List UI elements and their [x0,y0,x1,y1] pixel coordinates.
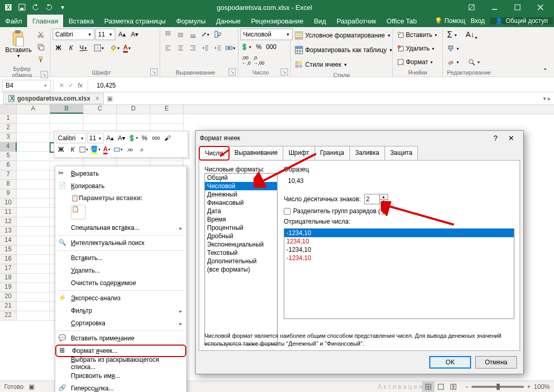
row-header[interactable]: 11 [0,208,17,217]
row-header[interactable]: 20 [0,292,17,302]
font-size-select[interactable]: 11▼ [95,29,115,40]
cell[interactable] [17,292,50,302]
category-item[interactable]: Дробный [205,232,277,240]
negative-option[interactable]: -1234,10 [284,254,514,262]
ctx-delete[interactable]: Удалить... [55,264,186,277]
share-button[interactable]: 👤Общий доступ [490,17,553,24]
workbook-tab[interactable]: X gospodaretsva.com.xlsx × [3,93,104,104]
tab-alignment[interactable]: Выравнивание [229,146,284,161]
mini-comma[interactable]: 000 [151,133,161,143]
ctx-clear[interactable]: Очистить содержимое [55,277,186,289]
mini-italic[interactable]: К [67,144,78,155]
category-listbox[interactable]: ОбщийЧисловойДенежныйФинансовыйДатаВремя… [204,173,278,345]
increase-font-button[interactable]: A▴ [116,29,128,40]
category-item[interactable]: Текстовый [205,249,277,257]
cell[interactable] [17,152,50,161]
ok-button[interactable]: OK [429,356,471,369]
ctx-pick-from-list[interactable]: Выбрать из раскрывающегося списка... [55,357,186,370]
ribbon-options-button[interactable] [460,0,483,15]
orientation-button[interactable]: ⤢▼ [200,29,211,40]
decrease-indent-button[interactable] [200,42,211,54]
mini-format-painter[interactable]: 🖌 [162,133,173,143]
row-header[interactable]: 21 [0,302,17,311]
tab-fill[interactable]: Заливка [350,146,385,161]
cell[interactable] [17,264,50,274]
decimals-spinner[interactable]: ▲▼ [364,194,388,204]
border-button[interactable]: ▼ [93,42,105,54]
row-header[interactable]: 13 [0,227,17,236]
negative-option[interactable]: 1234,10 [284,237,514,246]
tab-font[interactable]: Шрифт [283,146,315,161]
mini-decrease-font[interactable]: A▾ [116,133,127,143]
row-header[interactable]: 22 [0,311,17,321]
negative-listbox[interactable]: -1234,101234,10-1234,10-1234,10 [284,228,514,319]
ctx-smart-lookup[interactable]: 🔍Интеллектуальный поиск [55,237,186,249]
zoom-in-button[interactable]: + [527,383,531,390]
row-header[interactable]: 7 [0,170,17,180]
category-item[interactable]: Дополнительный [205,257,277,265]
row-header[interactable]: 1 [0,114,17,124]
collapse-ribbon-button[interactable]: ⌃ [543,67,551,76]
fill-color-button[interactable]: ▼ [109,42,121,54]
cell[interactable] [17,274,50,283]
mini-bold[interactable]: Ж [56,144,66,155]
row-header[interactable]: 12 [0,217,17,227]
col-header[interactable]: D [117,105,150,114]
row-header[interactable]: 5 [0,152,17,161]
tab-home[interactable]: Главная [27,15,63,27]
close-button[interactable] [529,0,552,15]
increase-indent-button[interactable] [212,42,224,54]
format-cells-button[interactable]: Формат▼ [395,56,436,68]
cell[interactable] [50,114,83,124]
cell[interactable] [17,217,50,227]
cell[interactable] [17,227,50,236]
tab-number[interactable]: Число [199,146,230,161]
ctx-quick-analysis[interactable]: ⚡Экспресс-анализ [55,292,186,304]
row-header[interactable]: 16 [0,255,17,264]
fill-button[interactable]: ▼ [445,42,462,55]
undo-button[interactable] [29,1,42,14]
row-header[interactable]: 19 [0,283,17,292]
cell[interactable] [17,255,50,264]
mini-fill-color[interactable]: 🪣▼ [90,144,101,155]
tab-data[interactable]: Данные [211,15,246,27]
row-header[interactable]: 2 [0,124,17,133]
cell[interactable] [17,199,50,208]
cell[interactable] [17,246,50,255]
ctx-sort[interactable]: Сортировка [55,317,186,329]
cell[interactable] [17,124,50,133]
category-item[interactable]: Числовой [205,182,277,190]
col-header[interactable]: A [17,105,50,114]
align-middle-button[interactable] [175,29,186,40]
row-header[interactable]: 4 [0,142,17,152]
cell[interactable] [17,114,50,124]
align-top-button[interactable] [162,29,174,40]
minimize-button[interactable] [483,0,506,15]
percent-button[interactable]: % [253,41,264,53]
qat-customize-button[interactable]: ▾ [56,1,69,14]
decrease-font-button[interactable]: A▾ [129,29,140,40]
merge-button[interactable]: ▼ [225,42,236,54]
row-header[interactable]: 6 [0,161,17,170]
tab-border[interactable]: Граница [315,146,350,161]
format-painter-button[interactable] [35,54,46,65]
maximize-button[interactable] [506,0,529,15]
delete-cells-button[interactable]: Удалить▼ [395,42,437,55]
mini-font-color[interactable]: А▼ [102,144,112,155]
tell-me-button[interactable]: 💡Помощ [435,17,465,24]
cell[interactable] [17,208,50,217]
tab-scroll-button[interactable]: ▾ ▸ [543,95,551,102]
tab-formulas[interactable]: Формулы [171,15,211,27]
font-color-button[interactable]: А▼ [122,42,133,54]
align-right-button[interactable] [187,42,199,54]
tab-view[interactable]: Вид [309,15,332,27]
bold-button[interactable]: Ж [53,42,64,54]
zoom-slider[interactable] [472,386,524,388]
save-button[interactable] [16,1,28,14]
clipboard-dialog-launcher[interactable]: ↘ [41,71,48,78]
cell[interactable] [17,142,50,152]
number-format-select[interactable]: Числовой▼ [240,29,293,40]
conditional-format-button[interactable]: Условное форматирование▼ [293,29,393,42]
cell[interactable] [17,133,50,142]
ctx-insert-comment[interactable]: 💬Вставить примечание [55,332,186,345]
